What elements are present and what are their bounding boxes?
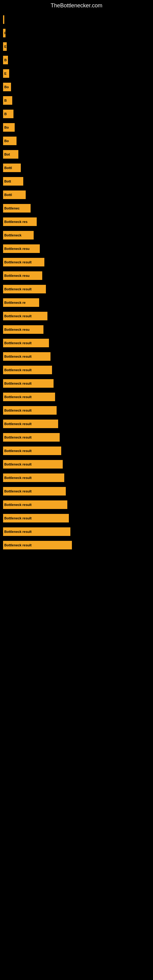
bar-row: B <box>3 54 153 67</box>
bar-row: B <box>3 94 153 107</box>
bar-item: B <box>3 110 13 118</box>
bar-item: | <box>3 15 4 24</box>
bar-item: Bottleneck result <box>3 339 49 347</box>
bar-item: Bottleneck result <box>3 366 52 374</box>
bar-row: P <box>3 27 153 40</box>
bar-row: Bottleneck result <box>3 431 153 444</box>
bar-row: E <box>3 67 153 80</box>
bar-item: Bottleneck result <box>3 420 58 428</box>
bar-item: Bottleneck result <box>3 379 54 388</box>
bar-item: Bottleneck result <box>3 514 69 522</box>
bar-row: Bottleneck result <box>3 539 153 552</box>
bar-row: Bot <box>3 148 153 161</box>
bar-item: Bottleneck result <box>3 487 66 495</box>
bar-item: Bottleneck res <box>3 218 37 226</box>
bar-row: Bottl <box>3 188 153 201</box>
bar-row: Bottleneck result <box>3 498 153 511</box>
bar-item: Bottleneck resu <box>3 244 40 253</box>
bar-row: Bottleneck result <box>3 337 153 350</box>
bar-row: Bottleneck result <box>3 283 153 296</box>
bar-row: Bottleneck result <box>3 444 153 457</box>
bar-item: B <box>3 96 12 105</box>
bar-row: Bottlenec <box>3 202 153 215</box>
bar-item: Bottleneck result <box>3 474 64 482</box>
bar-item: E <box>3 42 7 51</box>
bar-row: B <box>3 108 153 120</box>
bar-row: Bottleneck result <box>3 350 153 363</box>
bar-item: Bottleneck result <box>3 527 70 536</box>
bar-row: E <box>3 40 153 53</box>
bar-item: Bo <box>3 83 11 91</box>
bar-item: Bottleneck re <box>3 298 39 307</box>
bar-row: Bo <box>3 134 153 147</box>
bar-item: Bottl <box>3 164 21 172</box>
bar-row: Bottleneck result <box>3 256 153 269</box>
bar-row: Bottleneck result <box>3 377 153 390</box>
bar-row: Bo <box>3 121 153 134</box>
bar-item: Bo <box>3 123 15 132</box>
bar-item: Bottlenec <box>3 204 30 213</box>
bar-item: B <box>3 56 8 64</box>
bar-row: Bott <box>3 175 153 188</box>
bar-row: Bo <box>3 81 153 94</box>
bar-row: Bottleneck result <box>3 310 153 323</box>
bar-item: Bottleneck result <box>3 500 67 509</box>
bar-item: Bottleneck result <box>3 258 45 266</box>
bars-container: |PEBEBoBBBoBoBotBottlBottBottlBottlenecB… <box>0 10 153 555</box>
bar-item: Bottleneck result <box>3 433 60 442</box>
bar-row: Bottleneck <box>3 229 153 242</box>
bar-item: Bot <box>3 150 18 159</box>
bar-item: Bottleneck resu <box>3 325 43 334</box>
bar-row: Bottleneck result <box>3 512 153 525</box>
bar-row: Bottleneck result <box>3 390 153 403</box>
bar-row: Bottleneck resu <box>3 242 153 255</box>
bar-item: Bottleneck result <box>3 460 63 469</box>
bar-row: Bottleneck result <box>3 364 153 376</box>
bar-item: Bottleneck result <box>3 406 57 415</box>
bar-row: Bottleneck result <box>3 458 153 471</box>
bar-row: Bottleneck result <box>3 525 153 538</box>
bar-item: Bottleneck result <box>3 312 48 320</box>
bar-item: Bottleneck result <box>3 447 61 455</box>
bar-item: Bo <box>3 137 16 145</box>
bar-row: Bottleneck res <box>3 215 153 228</box>
bar-item: Bottl <box>3 191 26 199</box>
bar-item: Bottleneck result <box>3 352 51 361</box>
bar-item: Bott <box>3 177 23 186</box>
bar-item: Bottleneck result <box>3 393 55 401</box>
bar-item: P <box>3 29 5 37</box>
bar-row: Bottleneck result <box>3 485 153 498</box>
bar-row: | <box>3 13 153 26</box>
bar-item: Bottleneck result <box>3 541 72 549</box>
bar-row: Bottleneck resu <box>3 323 153 336</box>
bar-row: Bottleneck result <box>3 404 153 417</box>
bar-item: E <box>3 69 9 78</box>
bar-row: Bottleneck result <box>3 471 153 484</box>
site-title: TheBottlenecker.com <box>0 0 153 10</box>
bar-row: Bottleneck resu <box>3 269 153 282</box>
bar-item: Bottleneck <box>3 231 33 240</box>
bar-row: Bottleneck result <box>3 417 153 430</box>
bar-item: Bottleneck result <box>3 285 46 293</box>
bar-row: Bottl <box>3 161 153 174</box>
bar-row: Bottleneck re <box>3 296 153 309</box>
bar-item: Bottleneck resu <box>3 271 42 280</box>
